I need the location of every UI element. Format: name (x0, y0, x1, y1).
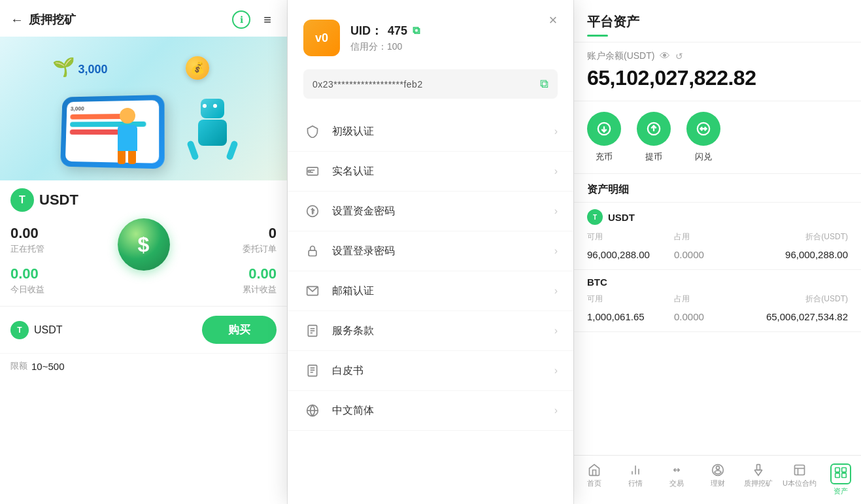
svg-rect-30 (835, 468, 839, 473)
cumul-label: 累计收益 (243, 284, 277, 295)
usdt-icon: T (10, 188, 34, 212)
close-button[interactable]: × (543, 10, 563, 30)
person-leg-r (128, 151, 136, 164)
stat-hosting: 0.00 正在托管 (10, 225, 44, 255)
hosting-value: 0.00 (10, 225, 44, 242)
action-btn-提币[interactable]: 提币 (637, 112, 671, 163)
balance-section: 账户余额(USDT) 👁 ↺ 65,102,027,822.82 (574, 42, 861, 101)
back-button[interactable]: ← (10, 12, 24, 27)
uid-label: UID： (350, 23, 382, 39)
btc-col3: 折合(USDT) (761, 294, 848, 305)
nav-item-理财[interactable]: 理财 (697, 461, 738, 499)
menu-list: 初级认证 › 实名认证 › 设置资金密码 › 设置登录密码 › 邮箱认证 › 服… (288, 112, 573, 504)
order-label: 委托订单 (243, 243, 277, 255)
robot-arm-right (226, 140, 239, 161)
action-buttons: 充币 提币 闪兑 (574, 101, 861, 174)
menu-label: 邮箱认证 (332, 284, 554, 298)
svg-rect-31 (841, 468, 846, 473)
menu-arrow-icon: › (554, 365, 558, 377)
nav-item-行情[interactable]: 行情 (615, 461, 656, 499)
hero-scene: 🌱 3,000 3,000 (39, 43, 248, 174)
menu-item-mail[interactable]: 邮箱认证 › (288, 271, 573, 311)
globe-icon (303, 401, 322, 420)
action-label-充币: 充币 (596, 151, 613, 163)
nav-label-理财: 理财 (711, 479, 725, 488)
nav-icon-行情 (629, 463, 642, 477)
menu-label: 设置资金密码 (332, 205, 554, 218)
balance-refresh-icon[interactable]: ↺ (675, 51, 683, 61)
nav-item-U本位合约[interactable]: U本位合约 (779, 461, 820, 499)
money-icon (303, 202, 322, 220)
svg-rect-32 (835, 473, 839, 478)
menu-item-globe[interactable]: 中文简体 › (288, 391, 573, 431)
coin-float: 💰 (186, 56, 209, 80)
profile-header: v0 UID：475 ⧉ 信用分：100 (288, 0, 573, 69)
btc-coin-header: BTC (574, 270, 861, 291)
menu-item-shield[interactable]: 初级认证 › (288, 112, 573, 152)
robot-eye-r (213, 104, 217, 108)
nav-item-首页[interactable]: 首页 (574, 461, 615, 499)
btc-col2: 占用 (674, 294, 761, 305)
info-button[interactable]: ℹ (232, 10, 250, 29)
btc-cols-header: 可用 占用 折合(USDT) (574, 291, 861, 307)
stat-today: 0.00 今日收益 (10, 265, 44, 295)
profile-info: UID：475 ⧉ 信用分：100 (350, 23, 558, 53)
menu-item-id[interactable]: 实名认证 › (288, 152, 573, 192)
robot-head (201, 99, 224, 118)
right-title: 平台资产 (587, 13, 848, 31)
person-head (120, 108, 135, 124)
nav-icon-交易 (670, 463, 683, 477)
svg-point-3 (308, 170, 310, 172)
usdt-asset-icon: T (587, 209, 603, 225)
bottom-nav: 首页 行情 交易 理财 质押挖矿 U本位合约 资产 (574, 455, 861, 504)
doc-button[interactable]: ≡ (258, 10, 277, 29)
balance-eye-icon[interactable]: 👁 (660, 50, 670, 62)
action-circle-闪兑 (686, 112, 720, 146)
robot-body (198, 120, 227, 146)
phone-shape: 3,000 (60, 95, 165, 169)
book-icon (303, 361, 322, 380)
left-header: ← 质押挖矿 ℹ ≡ (0, 0, 287, 37)
limit-label: 限额 (10, 360, 27, 372)
nav-item-交易[interactable]: 交易 (656, 461, 697, 499)
credit-score: 信用分：100 (350, 41, 558, 53)
coin-label-section: T USDT (0, 180, 287, 220)
action-btn-充币[interactable]: 充币 (587, 112, 621, 163)
nav-active-box (830, 463, 851, 484)
buy-button[interactable]: 购买 (202, 316, 277, 344)
right-header: 平台资产 (574, 0, 861, 42)
stat-order: 0 委托订单 (243, 225, 277, 255)
cumul-value: 0.00 (243, 265, 277, 282)
nav-label-行情: 行情 (628, 479, 643, 488)
menu-label: 初级认证 (332, 125, 554, 139)
usdt-val2: 0.0000 (674, 249, 761, 260)
phone-bar-3 (69, 129, 119, 135)
menu-item-doc[interactable]: 服务条款 › (288, 311, 573, 351)
menu-label: 服务条款 (332, 324, 554, 338)
nav-item-资产[interactable]: 资产 (820, 461, 861, 499)
menu-label: 实名认证 (332, 165, 554, 178)
nav-item-质押挖矿[interactable]: 质押挖矿 (738, 461, 779, 499)
usdt-coin-header: T USDT (574, 203, 861, 229)
purchase-row: T USDT 购买 (0, 307, 287, 354)
uid-copy-icon[interactable]: ⧉ (413, 25, 420, 37)
stats-row-2: 0.00 今日收益 0.00 累计收益 (10, 265, 277, 295)
wallet-copy-icon[interactable]: ⧉ (540, 77, 549, 91)
btc-asset-name: BTC (587, 277, 607, 288)
menu-item-book[interactable]: 白皮书 › (288, 351, 573, 391)
credit-value: 100 (387, 41, 402, 52)
coin-dollar-sign: $ (138, 233, 150, 257)
action-btn-闪兑[interactable]: 闪兑 (686, 112, 720, 163)
menu-label: 白皮书 (332, 364, 554, 378)
nav-icon-理财 (711, 463, 724, 477)
usdt-col2: 占用 (674, 231, 761, 243)
right-panel: 平台资产 账户余额(USDT) 👁 ↺ 65,102,027,822.82 充币… (573, 0, 861, 504)
menu-item-lock[interactable]: 设置登录密码 › (288, 231, 573, 271)
nav-label-U本位合约: U本位合约 (783, 479, 817, 488)
phone-number: 3,000 (70, 104, 154, 112)
menu-arrow-icon: › (554, 165, 558, 177)
svg-rect-27 (794, 465, 804, 475)
purchase-left: T USDT (10, 321, 63, 339)
menu-item-money[interactable]: 设置资金密码 › (288, 192, 573, 231)
btc-val1: 1,000,061.65 (587, 311, 674, 322)
